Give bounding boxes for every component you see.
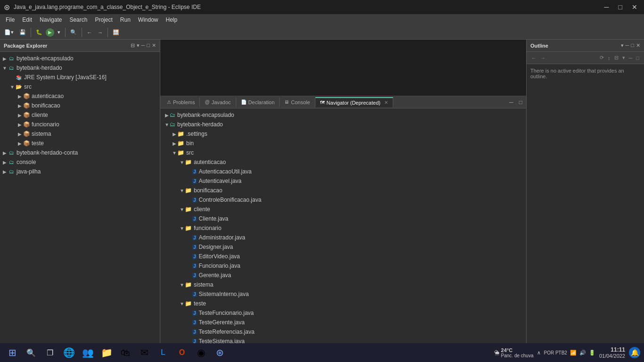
outline-sync-btn[interactable]: ⟳ xyxy=(599,54,605,62)
nav-tree-item[interactable]: ▶📁bin xyxy=(160,139,526,148)
clock-widget[interactable]: 11:11 01/04/2022 xyxy=(599,346,625,359)
taskbar-eclipse[interactable]: ⊛ xyxy=(211,344,228,361)
toolbar-run-dropdown[interactable]: ▾ xyxy=(55,27,63,38)
menu-edit[interactable]: Edit xyxy=(18,16,36,24)
menu-navigate[interactable]: Navigate xyxy=(36,16,66,24)
tab-javadoc[interactable]: @ Javadoc xyxy=(200,98,236,107)
menu-file[interactable]: File xyxy=(2,16,18,24)
menu-search[interactable]: Search xyxy=(66,16,91,24)
outline-collapse-btn[interactable]: ⊟ xyxy=(613,54,619,62)
maximize-button[interactable]: □ xyxy=(616,3,625,11)
panel-close-btn[interactable]: ✕ xyxy=(152,42,156,49)
tree-item[interactable]: ▶🗂java-pilha xyxy=(0,167,160,176)
outline-min2-btn[interactable]: ─ xyxy=(628,54,634,62)
tree-item[interactable]: ▶📦teste xyxy=(0,139,160,148)
nav-tree-item[interactable]: ▼📁autenticacao xyxy=(160,157,526,167)
taskbar-mail[interactable]: ✉ xyxy=(136,344,153,361)
toolbar-search[interactable]: 🔍 xyxy=(68,27,79,38)
panel-collapse-btn[interactable]: ⊟ xyxy=(131,42,135,49)
nav-tree-item[interactable]: JAdministrador.java xyxy=(160,233,526,242)
nav-tree-item[interactable]: ▼📁sistema xyxy=(160,280,526,289)
nav-tree-item[interactable]: JCliente.java xyxy=(160,214,526,223)
menu-run[interactable]: Run xyxy=(116,16,134,24)
outline-maximize-btn[interactable]: □ xyxy=(631,42,634,49)
nav-tree-item[interactable]: ▼📁src xyxy=(160,148,526,157)
toolbar-save[interactable]: 💾 xyxy=(17,27,28,38)
tab-console[interactable]: 🖥 Console xyxy=(280,98,315,107)
outline-close-btn[interactable]: ✕ xyxy=(636,42,640,49)
panel-maximize-btn[interactable]: □ xyxy=(147,42,150,49)
nav-tree-item[interactable]: JFuncionario.java xyxy=(160,261,526,271)
tab-minimize-btn[interactable]: ─ xyxy=(507,98,515,107)
menu-project[interactable]: Project xyxy=(91,16,116,24)
minimize-button[interactable]: ─ xyxy=(602,3,612,11)
taskbar-explorer[interactable]: 📁 xyxy=(98,344,115,361)
close-button[interactable]: ✕ xyxy=(629,3,640,11)
nav-tree-item[interactable]: JControleBonificacao.java xyxy=(160,195,526,205)
search-button[interactable]: 🔍 xyxy=(23,344,40,361)
taskbar-office[interactable]: O xyxy=(173,344,190,361)
tree-item[interactable]: 📚JRE System Library [JavaSE-16] xyxy=(0,73,160,82)
tree-item[interactable]: ▼📂src xyxy=(0,82,160,91)
outline-sort-btn[interactable]: ↕ xyxy=(607,54,611,62)
outline-max2-btn[interactable]: □ xyxy=(635,54,640,62)
tree-item[interactable]: ▶📦bonificacao xyxy=(0,101,160,110)
nav-tree-item[interactable]: ▼🗂bytebank-herdado xyxy=(160,120,526,129)
nav-tree-item[interactable]: JTesteFuncionario.java xyxy=(160,308,526,318)
notifications-button[interactable]: 🔔 xyxy=(629,347,640,358)
menu-window[interactable]: Window xyxy=(134,16,162,24)
tree-item[interactable]: ▶📦cliente xyxy=(0,110,160,120)
tab-navigator[interactable]: 🗺 Navigator (Deprecated) ✕ xyxy=(315,97,393,107)
toolbar-debug[interactable]: 🐛 xyxy=(33,27,45,38)
tree-item[interactable]: ▶🗂bytebank-herdado-conta xyxy=(0,148,160,157)
outline-minimize-btn[interactable]: ─ xyxy=(626,42,629,49)
tray-expand-btn[interactable]: ∧ xyxy=(537,350,541,356)
nav-tree-item[interactable]: ▼📁funcionario xyxy=(160,223,526,233)
tab-declaration[interactable]: 📄 Declaration xyxy=(236,98,280,107)
tree-item[interactable]: ▶📦sistema xyxy=(0,129,160,139)
lang-indicator[interactable]: POR PTB2 xyxy=(544,350,567,355)
nav-tree-item[interactable]: JEditorVideo.java xyxy=(160,252,526,261)
outline-forward-btn[interactable]: → xyxy=(539,54,546,62)
outline-no-editor-msg: There is no active editor that provides … xyxy=(530,68,624,79)
outline-back-btn[interactable]: ← xyxy=(530,54,537,62)
panel-minimize-btn[interactable]: ─ xyxy=(141,42,145,49)
nav-tree-item[interactable]: JTesteReferencias.java xyxy=(160,327,526,337)
nav-tree-item[interactable]: ▼📁cliente xyxy=(160,205,526,214)
toolbar-new[interactable]: 📄▾ xyxy=(2,27,16,38)
nav-tree-item[interactable]: JAutenticacaoUtil.java xyxy=(160,167,526,176)
taskbar-chrome[interactable]: ◉ xyxy=(192,344,209,361)
toolbar-forward[interactable]: → xyxy=(95,27,105,38)
nav-arrow-icon: ▼ xyxy=(172,150,177,156)
tree-item[interactable]: ▶🗂console xyxy=(0,157,160,167)
taskbar-edge[interactable]: 🌐 xyxy=(60,344,77,361)
start-button[interactable]: ⊞ xyxy=(4,344,21,361)
tab-problems[interactable]: ⚠ Problems xyxy=(162,98,200,107)
outline-menu-btn[interactable]: ▾ xyxy=(621,42,624,49)
nav-tree-item[interactable]: ▼📁bonificacao xyxy=(160,186,526,195)
nav-tree-item[interactable]: JGerente.java xyxy=(160,271,526,280)
nav-tree-item[interactable]: ▼📁teste xyxy=(160,299,526,308)
nav-tree-item[interactable]: JSistemaInterno.java xyxy=(160,289,526,299)
tree-item[interactable]: ▶🗂bytebank-encapsulado xyxy=(0,54,160,63)
nav-tree-item[interactable]: JAutenticavel.java xyxy=(160,176,526,186)
task-view-button[interactable]: ❐ xyxy=(41,344,58,361)
nav-tree-item[interactable]: ▶📁.settings xyxy=(160,129,526,139)
toolbar-back[interactable]: ← xyxy=(84,27,94,38)
menu-help[interactable]: Help xyxy=(162,16,182,24)
nav-tree-item[interactable]: ▶🗂bytebank-encapsulado xyxy=(160,110,526,120)
tree-item[interactable]: ▼🗂bytebank-herdado xyxy=(0,63,160,73)
nav-tree-item[interactable]: JDesigner.java xyxy=(160,242,526,252)
panel-menu-btn[interactable]: ▾ xyxy=(137,42,140,49)
toolbar-run[interactable]: ▶ xyxy=(46,28,54,37)
tree-item[interactable]: ▶📦funcionario xyxy=(0,120,160,129)
tab-maximize-btn[interactable]: □ xyxy=(517,98,524,107)
taskbar-teams[interactable]: 👥 xyxy=(79,344,96,361)
outline-settings-btn[interactable]: ▾ xyxy=(621,54,626,62)
toolbar-perspective[interactable]: 🪟 xyxy=(110,27,122,38)
tab-close-icon[interactable]: ✕ xyxy=(384,100,388,105)
taskbar-store[interactable]: 🛍 xyxy=(117,344,134,361)
tree-item[interactable]: ▶📦autenticacao xyxy=(0,91,160,101)
nav-tree-item[interactable]: JTesteGerente.java xyxy=(160,318,526,327)
taskbar-libreoffice[interactable]: L xyxy=(155,344,172,361)
